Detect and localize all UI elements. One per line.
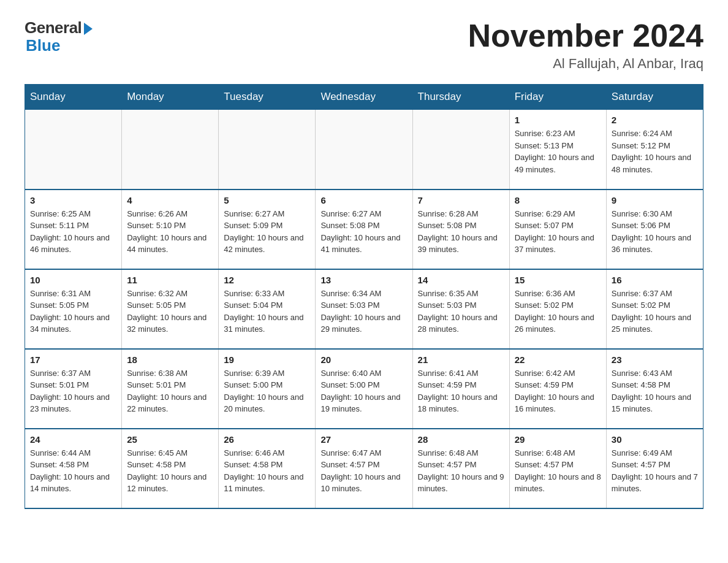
day-info: Sunrise: 6:48 AM Sunset: 4:57 PM Dayligh… — [418, 447, 504, 495]
calendar-day-cell: 4Sunrise: 6:26 AM Sunset: 5:10 PM Daylig… — [122, 190, 219, 269]
calendar-day-cell: 3Sunrise: 6:25 AM Sunset: 5:11 PM Daylig… — [25, 190, 122, 269]
day-info: Sunrise: 6:43 AM Sunset: 4:58 PM Dayligh… — [612, 367, 698, 415]
location-title: Al Fallujah, Al Anbar, Iraq — [468, 56, 703, 72]
calendar-header: SundayMondayTuesdayWednesdayThursdayFrid… — [25, 85, 703, 110]
calendar-day-cell: 9Sunrise: 6:30 AM Sunset: 5:06 PM Daylig… — [606, 190, 703, 269]
calendar-day-cell: 7Sunrise: 6:28 AM Sunset: 5:08 PM Daylig… — [412, 190, 509, 269]
calendar-day-cell: 23Sunrise: 6:43 AM Sunset: 4:58 PM Dayli… — [606, 349, 703, 429]
calendar-day-cell: 10Sunrise: 6:31 AM Sunset: 5:05 PM Dayli… — [25, 269, 122, 349]
calendar-day-cell: 2Sunrise: 6:24 AM Sunset: 5:12 PM Daylig… — [606, 110, 703, 190]
calendar-day-cell: 13Sunrise: 6:34 AM Sunset: 5:03 PM Dayli… — [316, 269, 412, 349]
day-number: 30 — [612, 434, 698, 445]
calendar-day-cell: 27Sunrise: 6:47 AM Sunset: 4:57 PM Dayli… — [316, 429, 412, 508]
day-number: 6 — [320, 195, 407, 205]
day-info: Sunrise: 6:28 AM Sunset: 5:08 PM Dayligh… — [418, 208, 504, 256]
day-info: Sunrise: 6:27 AM Sunset: 5:08 PM Dayligh… — [320, 208, 407, 256]
day-number: 22 — [515, 354, 601, 365]
calendar-week-row: 1Sunrise: 6:23 AM Sunset: 5:13 PM Daylig… — [25, 110, 703, 190]
day-number: 26 — [224, 434, 310, 445]
weekday-header-sunday: Sunday — [25, 85, 122, 110]
calendar-day-cell: 12Sunrise: 6:33 AM Sunset: 5:04 PM Dayli… — [219, 269, 316, 349]
calendar-day-cell — [219, 110, 316, 190]
calendar-day-cell — [122, 110, 219, 190]
day-info: Sunrise: 6:38 AM Sunset: 5:01 PM Dayligh… — [127, 367, 213, 415]
day-number: 2 — [612, 115, 698, 125]
day-number: 28 — [418, 434, 504, 445]
calendar-week-row: 3Sunrise: 6:25 AM Sunset: 5:11 PM Daylig… — [25, 190, 703, 269]
day-number: 7 — [418, 195, 504, 205]
day-info: Sunrise: 6:32 AM Sunset: 5:05 PM Dayligh… — [127, 288, 213, 335]
day-number: 12 — [224, 275, 310, 285]
calendar-day-cell: 15Sunrise: 6:36 AM Sunset: 5:02 PM Dayli… — [509, 269, 606, 349]
day-number: 23 — [612, 354, 698, 365]
day-info: Sunrise: 6:26 AM Sunset: 5:10 PM Dayligh… — [127, 208, 213, 256]
day-number: 17 — [30, 354, 116, 365]
calendar-day-cell — [412, 110, 509, 190]
day-info: Sunrise: 6:39 AM Sunset: 5:00 PM Dayligh… — [224, 367, 310, 415]
calendar-day-cell: 11Sunrise: 6:32 AM Sunset: 5:05 PM Dayli… — [122, 269, 219, 349]
day-number: 8 — [515, 195, 601, 205]
page-header: General Blue November 2024 Al Fallujah, … — [25, 18, 703, 72]
day-info: Sunrise: 6:34 AM Sunset: 5:03 PM Dayligh… — [320, 288, 407, 335]
day-number: 21 — [418, 354, 504, 365]
day-number: 29 — [515, 434, 601, 445]
day-info: Sunrise: 6:47 AM Sunset: 4:57 PM Dayligh… — [320, 447, 407, 495]
calendar-day-cell: 14Sunrise: 6:35 AM Sunset: 5:03 PM Dayli… — [412, 269, 509, 349]
day-info: Sunrise: 6:45 AM Sunset: 4:58 PM Dayligh… — [127, 447, 213, 495]
calendar-day-cell: 17Sunrise: 6:37 AM Sunset: 5:01 PM Dayli… — [25, 349, 122, 429]
calendar-day-cell: 21Sunrise: 6:41 AM Sunset: 4:59 PM Dayli… — [412, 349, 509, 429]
logo: General Blue — [25, 18, 93, 55]
day-number: 15 — [515, 275, 601, 285]
weekday-header-saturday: Saturday — [606, 85, 703, 110]
day-number: 5 — [224, 195, 310, 205]
day-info: Sunrise: 6:49 AM Sunset: 4:57 PM Dayligh… — [612, 447, 698, 495]
calendar-day-cell: 18Sunrise: 6:38 AM Sunset: 5:01 PM Dayli… — [122, 349, 219, 429]
day-info: Sunrise: 6:48 AM Sunset: 4:57 PM Dayligh… — [515, 447, 601, 495]
month-title: November 2024 — [468, 18, 703, 53]
calendar-day-cell: 30Sunrise: 6:49 AM Sunset: 4:57 PM Dayli… — [606, 429, 703, 508]
day-info: Sunrise: 6:23 AM Sunset: 5:13 PM Dayligh… — [515, 128, 601, 175]
day-number: 24 — [30, 434, 116, 445]
day-info: Sunrise: 6:31 AM Sunset: 5:05 PM Dayligh… — [30, 288, 116, 335]
weekday-header-friday: Friday — [509, 85, 606, 110]
day-info: Sunrise: 6:37 AM Sunset: 5:02 PM Dayligh… — [612, 288, 698, 335]
calendar-day-cell: 16Sunrise: 6:37 AM Sunset: 5:02 PM Dayli… — [606, 269, 703, 349]
calendar-day-cell: 22Sunrise: 6:42 AM Sunset: 4:59 PM Dayli… — [509, 349, 606, 429]
logo-arrow-icon — [84, 23, 93, 35]
day-info: Sunrise: 6:41 AM Sunset: 4:59 PM Dayligh… — [418, 367, 504, 415]
calendar-day-cell: 5Sunrise: 6:27 AM Sunset: 5:09 PM Daylig… — [219, 190, 316, 269]
day-info: Sunrise: 6:33 AM Sunset: 5:04 PM Dayligh… — [224, 288, 310, 335]
day-number: 14 — [418, 275, 504, 285]
day-number: 18 — [127, 354, 213, 365]
day-number: 3 — [30, 195, 116, 205]
calendar-week-row: 17Sunrise: 6:37 AM Sunset: 5:01 PM Dayli… — [25, 349, 703, 429]
day-info: Sunrise: 6:27 AM Sunset: 5:09 PM Dayligh… — [224, 208, 310, 256]
calendar-day-cell — [25, 110, 122, 190]
calendar-day-cell: 8Sunrise: 6:29 AM Sunset: 5:07 PM Daylig… — [509, 190, 606, 269]
day-number: 10 — [30, 275, 116, 285]
calendar-day-cell: 26Sunrise: 6:46 AM Sunset: 4:58 PM Dayli… — [219, 429, 316, 508]
day-number: 20 — [320, 354, 407, 365]
day-info: Sunrise: 6:24 AM Sunset: 5:12 PM Dayligh… — [612, 128, 698, 175]
logo-general-text: General — [25, 18, 82, 37]
day-number: 27 — [320, 434, 407, 445]
calendar-day-cell: 29Sunrise: 6:48 AM Sunset: 4:57 PM Dayli… — [509, 429, 606, 508]
day-number: 19 — [224, 354, 310, 365]
calendar-table: SundayMondayTuesdayWednesdayThursdayFrid… — [25, 84, 703, 509]
weekday-header-tuesday: Tuesday — [219, 85, 316, 110]
day-info: Sunrise: 6:35 AM Sunset: 5:03 PM Dayligh… — [418, 288, 504, 335]
calendar-day-cell — [316, 110, 412, 190]
day-info: Sunrise: 6:25 AM Sunset: 5:11 PM Dayligh… — [30, 208, 116, 256]
day-number: 13 — [320, 275, 407, 285]
weekday-header-wednesday: Wednesday — [316, 85, 412, 110]
calendar-day-cell: 25Sunrise: 6:45 AM Sunset: 4:58 PM Dayli… — [122, 429, 219, 508]
calendar-day-cell: 28Sunrise: 6:48 AM Sunset: 4:57 PM Dayli… — [412, 429, 509, 508]
day-number: 25 — [127, 434, 213, 445]
title-block: November 2024 Al Fallujah, Al Anbar, Ira… — [468, 18, 703, 72]
calendar-body: 1Sunrise: 6:23 AM Sunset: 5:13 PM Daylig… — [25, 110, 703, 508]
day-number: 1 — [515, 115, 601, 125]
weekday-header-thursday: Thursday — [412, 85, 509, 110]
logo-blue-text: Blue — [26, 36, 60, 55]
calendar-day-cell: 6Sunrise: 6:27 AM Sunset: 5:08 PM Daylig… — [316, 190, 412, 269]
calendar-week-row: 10Sunrise: 6:31 AM Sunset: 5:05 PM Dayli… — [25, 269, 703, 349]
